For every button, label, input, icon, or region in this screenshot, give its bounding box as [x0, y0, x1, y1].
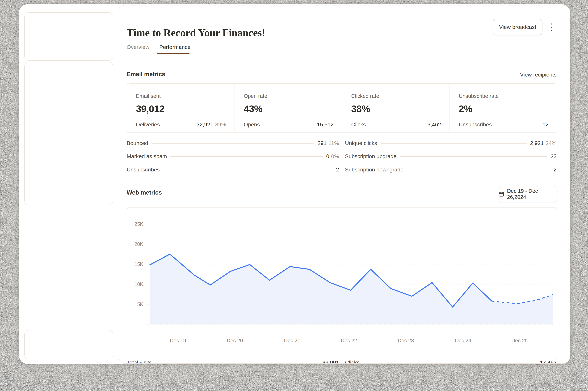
metric-value: 38%	[351, 103, 441, 114]
kebab-menu-icon[interactable]	[548, 21, 555, 34]
metric-value: 43%	[244, 103, 334, 114]
stat-value: 39,001	[322, 359, 339, 364]
metric-sub-label: Unsubscribes	[459, 121, 492, 128]
calendar-icon	[498, 191, 504, 197]
stat-row-sub-downgrade: Subscription downgrade2	[345, 166, 557, 173]
svg-text:25K: 25K	[135, 221, 143, 227]
stat-value: 2	[336, 167, 339, 173]
metric-label: Open rate	[244, 93, 334, 99]
email-metrics-heading: Email metrics	[127, 71, 165, 78]
sidebar-card-main[interactable]	[24, 62, 113, 205]
stat-value: 0	[326, 153, 329, 159]
date-range-button[interactable]: Dec 19 - Dec 26,2024	[498, 186, 557, 202]
stat-row-spam: Marked as spam00%	[127, 153, 339, 159]
stat-label: Subscription upgrade	[345, 153, 396, 159]
metric-card-open-rate: Open rate 43% Opens15,512	[235, 84, 342, 132]
svg-text:Dec 22: Dec 22	[341, 338, 357, 343]
view-broadcast-button[interactable]: View broadcast	[493, 19, 542, 35]
stat-label: Unique clicks	[345, 140, 377, 146]
leader-line	[163, 170, 333, 170]
stat-row-sub-upgrade: Subscription upgrade23	[345, 153, 557, 159]
sidebar-card-top[interactable]	[24, 12, 113, 61]
broadcast-stats-panel: Time to Record Your Finances! View broad…	[118, 5, 570, 364]
web-metrics-chart-card: 25K20K15K10K5KDec 19Dec 20Dec 21Dec 22De…	[127, 207, 557, 359]
stat-row-total-visits: Total visits39,001	[127, 359, 339, 364]
metric-value: 2%	[459, 103, 549, 114]
leader-line	[363, 363, 536, 363]
stat-value: 291	[318, 140, 327, 146]
view-broadcast-label: View broadcast	[499, 24, 536, 30]
leader-line	[152, 143, 314, 144]
leader-line	[263, 125, 313, 125]
stat-row-web-clicks: Clicks17,462	[345, 359, 557, 364]
crop-mark	[583, 60, 588, 60]
svg-text:5K: 5K	[137, 301, 143, 307]
sidebar-card-bottom[interactable]	[24, 330, 113, 359]
metric-sub-pct: 89%	[215, 121, 226, 128]
stat-value: 23	[551, 153, 557, 159]
leader-line	[155, 363, 319, 363]
stat-row-bounced: Bounced29111%	[127, 140, 339, 146]
metric-label: Email sent	[136, 93, 226, 99]
leader-line	[163, 125, 193, 125]
svg-text:Dec 24: Dec 24	[455, 338, 471, 343]
stat-label: Clicks	[345, 359, 360, 364]
stat-value: 17,462	[540, 359, 557, 364]
email-metric-cards: Email sent 39,012 Deliveries32,92189% Op…	[127, 83, 557, 133]
metric-label: Unsubscribe rate	[459, 93, 549, 99]
stat-label: Total visits	[127, 359, 152, 364]
date-range-label: Dec 19 - Dec 26,2024	[507, 188, 557, 200]
stat-label: Bounced	[127, 140, 148, 146]
svg-text:Dec 25: Dec 25	[511, 338, 528, 343]
web-footer-right: Clicks17,462	[345, 359, 557, 364]
stat-pct: 11%	[329, 140, 339, 146]
svg-text:10K: 10K	[135, 282, 143, 287]
svg-text:Dec 21: Dec 21	[284, 338, 300, 343]
svg-text:Dec 19: Dec 19	[170, 338, 186, 343]
leader-line	[369, 125, 421, 125]
tab-overview[interactable]: Overview	[127, 44, 149, 54]
crop-mark	[12, 0, 12, 5]
metric-label: Clicked rate	[351, 93, 441, 99]
stat-label: Unsubscribes	[127, 167, 160, 173]
crop-mark	[0, 60, 5, 60]
svg-text:Dec 20: Dec 20	[227, 338, 243, 343]
metric-card-clicked-rate: Clicked rate 38% Clicks13,462	[342, 84, 449, 132]
active-tab-underline	[157, 53, 189, 54]
stat-label: Subscription downgrade	[345, 167, 404, 173]
leader-line	[400, 156, 547, 157]
svg-text:20K: 20K	[135, 241, 143, 247]
metric-sub-value: 12	[542, 121, 549, 128]
app-window: Time to Record Your Finances! View broad…	[19, 4, 570, 364]
metric-sub-label: Clicks	[351, 121, 366, 128]
metric-sub-label: Opens	[244, 121, 260, 128]
tab-divider	[127, 54, 557, 54]
page-title: Time to Record Your Finances!	[127, 27, 265, 39]
metric-card-unsubscribe-rate: Unsubscribe rate 2% Unsubscribes12	[449, 84, 557, 132]
stat-value: 2,921	[530, 140, 544, 146]
metric-sub-label: Deliveries	[136, 121, 160, 128]
leader-line	[495, 125, 539, 125]
stat-row-unique-clicks: Unique clicks2,92124%	[345, 140, 557, 146]
leader-line	[170, 156, 323, 157]
metric-sub-value: 15,512	[317, 121, 334, 128]
metric-sub-value: 32,921	[196, 121, 213, 128]
view-recipients-link[interactable]: View recipients	[520, 72, 557, 78]
web-metrics-heading: Web metrics	[127, 189, 162, 196]
stat-pct: 0%	[331, 153, 339, 159]
metric-sub-value: 13,462	[424, 121, 441, 128]
stat-pct: 24%	[546, 140, 557, 146]
svg-text:15K: 15K	[135, 261, 143, 267]
stat-value: 2	[554, 167, 557, 173]
stat-label: Marked as spam	[127, 153, 167, 159]
web-metrics-chart[interactable]: 25K20K15K10K5KDec 19Dec 20Dec 21Dec 22De…	[127, 207, 557, 359]
metric-value: 39,012	[136, 103, 226, 114]
metric-card-email-sent: Email sent 39,012 Deliveries32,92189%	[127, 84, 235, 132]
leader-line	[381, 143, 527, 144]
svg-text:Dec 23: Dec 23	[398, 338, 414, 343]
stat-row-unsubscribes: Unsubscribes2	[127, 166, 339, 173]
web-footer-left: Total visits39,001	[127, 359, 339, 364]
leader-line	[407, 170, 550, 170]
